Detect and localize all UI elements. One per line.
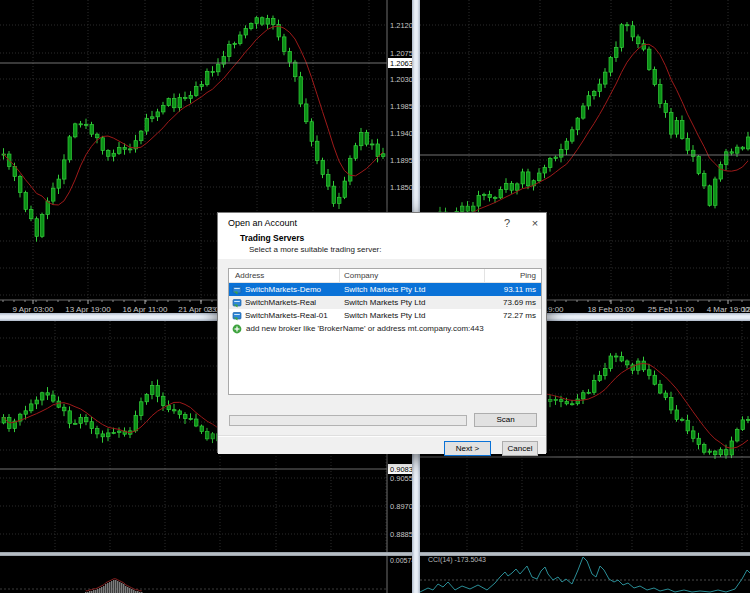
svg-text:1.2030: 1.2030	[390, 75, 412, 84]
svg-text:0.9083: 0.9083	[390, 465, 412, 474]
server-icon	[232, 285, 242, 295]
server-ping: 73.69 ms	[485, 296, 541, 309]
server-row[interactable]: SwitchMarkets-RealSwitch Markets Pty Ltd…	[229, 296, 541, 309]
server-address: SwitchMarkets-Real-01	[245, 309, 328, 322]
scan-progress-bar	[229, 415, 467, 426]
cancel-button[interactable]: Cancel	[502, 441, 538, 456]
column-header-ping[interactable]: Ping	[485, 269, 541, 282]
close-icon[interactable]: ×	[524, 215, 546, 231]
metatrader-workspace: 1.21201.20751.20301.19851.19401.18951.18…	[0, 0, 750, 593]
svg-text:0.8970: 0.8970	[390, 502, 412, 511]
server-ping: 72.27 ms	[485, 309, 541, 322]
svg-text:1.2120: 1.2120	[390, 21, 412, 30]
server-company: Switch Markets Pty Ltd	[340, 283, 485, 296]
add-broker-icon	[232, 324, 242, 334]
server-table-header: Address Company Ping	[229, 269, 541, 283]
svg-text:1.1940: 1.1940	[390, 129, 412, 138]
server-table-body: SwitchMarkets-DemoSwitch Markets Pty Ltd…	[229, 283, 541, 322]
open-account-dialog: Open an Account ? × Trading Servers Sele…	[217, 212, 547, 453]
svg-text:1.1985: 1.1985	[390, 102, 412, 111]
next-button[interactable]: Next >	[444, 441, 491, 456]
indicator-window-splitter[interactable]	[0, 552, 750, 556]
dialog-separator	[218, 435, 546, 437]
add-broker-row[interactable]: add new broker like 'BrokerName' or addr…	[229, 322, 541, 335]
server-icon	[232, 298, 242, 308]
dialog-title: Open an Account	[228, 218, 297, 228]
svg-text:1.1850: 1.1850	[390, 183, 412, 192]
svg-text:0.00574: 0.00574	[390, 557, 412, 564]
scan-button[interactable]: Scan	[474, 413, 537, 427]
svg-text:0.8885: 0.8885	[390, 530, 412, 539]
column-header-company[interactable]: Company	[340, 269, 485, 282]
server-ping: 93.11 ms	[485, 283, 541, 296]
svg-text:0.9055: 0.9055	[390, 474, 412, 483]
server-icon	[232, 311, 242, 321]
add-broker-label: add new broker like 'BrokerName' or addr…	[246, 322, 484, 335]
server-table: Address Company Ping SwitchMarkets-DemoS…	[228, 268, 542, 395]
dialog-heading: Trading Servers	[240, 233, 304, 243]
svg-text:1.2063: 1.2063	[390, 59, 412, 68]
server-company: Switch Markets Pty Ltd	[340, 296, 485, 309]
server-row[interactable]: SwitchMarkets-DemoSwitch Markets Pty Ltd…	[229, 283, 541, 296]
server-address: SwitchMarkets-Real	[245, 296, 316, 309]
server-company: Switch Markets Pty Ltd	[340, 309, 485, 322]
server-row[interactable]: SwitchMarkets-Real-01Switch Markets Pty …	[229, 309, 541, 322]
server-address: SwitchMarkets-Demo	[245, 283, 321, 296]
column-header-address[interactable]: Address	[229, 269, 340, 282]
svg-text:1.2075: 1.2075	[390, 49, 412, 58]
svg-text:1.1895: 1.1895	[390, 156, 412, 165]
help-button[interactable]: ?	[496, 215, 518, 231]
svg-text:CCI(14) -173.5043: CCI(14) -173.5043	[428, 556, 486, 564]
dialog-subheading: Select a more suitable trading server:	[249, 245, 382, 254]
dialog-body: Address Company Ping SwitchMarkets-DemoS…	[218, 259, 546, 454]
